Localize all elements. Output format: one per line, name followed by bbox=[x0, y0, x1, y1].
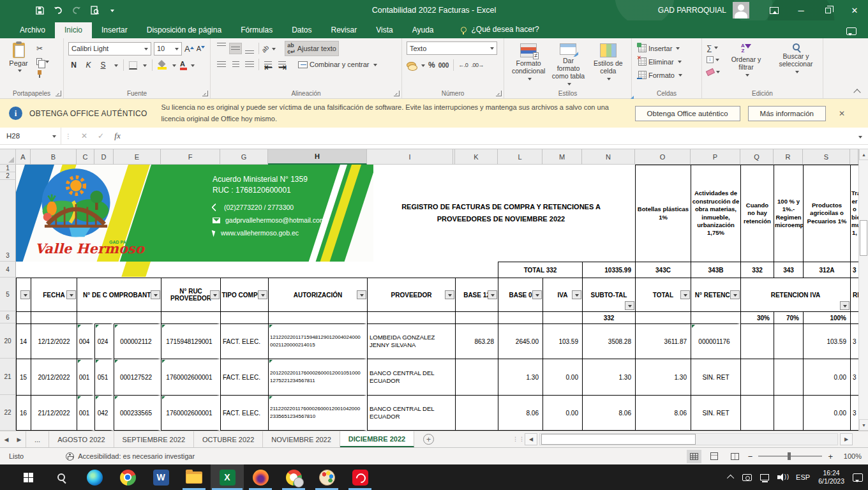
filter-button[interactable] bbox=[210, 290, 220, 299]
sort-filter-button[interactable]: AZ Ordenar y filtrar bbox=[722, 41, 770, 88]
autosum-button[interactable]: ∑ bbox=[707, 43, 720, 52]
cell-P5[interactable]: N° RETENCIO bbox=[691, 278, 740, 311]
tell-me-search[interactable]: ¿Qué desea hacer? bbox=[461, 25, 539, 38]
grow-font-button[interactable]: A bbox=[184, 44, 190, 54]
align-top-button[interactable] bbox=[215, 43, 228, 54]
conditional-formatting-button[interactable]: Formato condicional bbox=[509, 41, 548, 88]
cut-button[interactable]: ✂ bbox=[36, 44, 49, 53]
cell-R21[interactable] bbox=[774, 359, 803, 395]
column-header-B[interactable]: B bbox=[31, 149, 77, 165]
cell-A22[interactable]: 16 bbox=[16, 395, 31, 431]
select-all-corner[interactable] bbox=[0, 149, 16, 165]
fill-color-icon[interactable] bbox=[158, 61, 167, 70]
ribbon-tab-datos[interactable]: Datos bbox=[282, 22, 321, 38]
cell-O20[interactable]: 3611.87 bbox=[635, 323, 691, 359]
ribbon-tab-vista[interactable]: Vista bbox=[366, 22, 402, 38]
cell-G20[interactable]: FACT. ELEC. bbox=[220, 323, 268, 359]
cell-K20[interactable]: 863.28 bbox=[455, 323, 498, 359]
filter-button[interactable] bbox=[625, 301, 634, 310]
cell-Q5[interactable]: RETENCION IVA bbox=[740, 278, 850, 311]
paste-button[interactable]: Pegar bbox=[4, 41, 33, 78]
cell-A20[interactable]: 14 bbox=[16, 323, 31, 359]
cell-O22[interactable]: 8.06 bbox=[635, 395, 691, 431]
cell-T4[interactable]: 3 bbox=[850, 262, 858, 278]
taskbar-chrome-profile-icon[interactable] bbox=[277, 464, 310, 490]
column-header-P[interactable]: P bbox=[691, 149, 740, 165]
cell-G22[interactable]: FACT. ELEC. bbox=[220, 395, 268, 431]
ribbon-tab-archivo[interactable]: Archivo bbox=[10, 22, 55, 38]
currency-icon[interactable] bbox=[407, 61, 416, 69]
delete-cells-button[interactable]: Eliminar bbox=[636, 55, 698, 68]
column-header-G[interactable]: G bbox=[220, 149, 268, 165]
cell-G6[interactable] bbox=[220, 311, 268, 323]
cell-Q21[interactable] bbox=[740, 359, 774, 395]
cell-E21[interactable]: 000127522 bbox=[114, 359, 161, 395]
column-header-C[interactable]: C bbox=[77, 149, 94, 165]
cell-S6[interactable]: 100% bbox=[803, 311, 850, 323]
filter-button[interactable] bbox=[445, 290, 454, 299]
cell-N4[interactable]: 10335.99 bbox=[582, 262, 635, 278]
cell-Q22[interactable] bbox=[740, 395, 774, 431]
cell-H20[interactable]: 1212202201171594812901200402400000211200… bbox=[268, 323, 367, 359]
cell-C22[interactable]: 001 bbox=[77, 395, 94, 431]
filter-button[interactable] bbox=[572, 290, 581, 299]
cell-T1[interactable]: Tra er o bie mu 1, bbox=[850, 165, 858, 262]
taskbar-excel-icon[interactable]: X bbox=[211, 464, 244, 490]
cell-I21[interactable]: BANCO CENTRAL DEL ECUADOR bbox=[367, 359, 455, 395]
cell-T5[interactable]: RE bbox=[850, 278, 858, 311]
cell-T6[interactable] bbox=[850, 311, 858, 323]
vertical-scroll-thumb[interactable] bbox=[860, 220, 867, 256]
cell-N22[interactable]: 8.06 bbox=[582, 395, 635, 431]
cell-R1[interactable]: 100 % y 1%.- Regimen microempresa bbox=[774, 165, 803, 262]
ribbon-tab-disposición-de-página[interactable]: Disposición de página bbox=[137, 22, 231, 38]
cell-D20[interactable]: 024 bbox=[94, 323, 114, 359]
zoom-out-button[interactable]: − bbox=[748, 452, 753, 461]
cell-A5[interactable] bbox=[16, 278, 31, 311]
minimize-button[interactable]: ─ bbox=[788, 0, 814, 20]
accessibility-status[interactable]: Accesibilidad: es necesario investigar bbox=[66, 452, 195, 461]
sheet-tab-agosto-2022[interactable]: AGOSTO 2022 bbox=[49, 431, 114, 447]
dialog-launcher-icon[interactable] bbox=[394, 91, 400, 96]
merge-center-button[interactable]: Combinar y centrar bbox=[296, 60, 379, 69]
cell-O6[interactable] bbox=[635, 311, 691, 323]
cell-L22[interactable]: 8.06 bbox=[498, 395, 542, 431]
taskbar-firefox-icon[interactable] bbox=[244, 464, 277, 490]
column-header-E[interactable]: E bbox=[114, 149, 161, 165]
dialog-launcher-icon[interactable] bbox=[496, 91, 502, 96]
cell-B22[interactable]: 21/12/2022 bbox=[31, 395, 77, 431]
cell-L6[interactable] bbox=[498, 311, 542, 323]
cell-S21[interactable]: 0.00 bbox=[803, 359, 850, 395]
increase-indent-button[interactable]: ⇥ bbox=[276, 59, 288, 70]
taskbar-chrome-icon[interactable] bbox=[111, 464, 144, 490]
account-name[interactable]: GAD PARROQUIAL bbox=[658, 6, 726, 15]
cell-L5[interactable]: BASE 0 bbox=[498, 278, 542, 311]
cell-K6[interactable] bbox=[455, 311, 498, 323]
splitter-handle[interactable]: ⋮⋮ bbox=[513, 436, 525, 442]
filter-button[interactable] bbox=[258, 290, 267, 299]
filter-button[interactable] bbox=[151, 290, 160, 299]
cell-T20[interactable]: 3 bbox=[850, 323, 858, 359]
column-header-K[interactable]: K bbox=[455, 149, 498, 165]
ribbon-display-options-button[interactable] bbox=[761, 0, 788, 20]
filter-button[interactable] bbox=[532, 290, 542, 299]
cell-E22[interactable]: 000233565 bbox=[114, 395, 161, 431]
cell-M20[interactable]: 103.59 bbox=[542, 323, 582, 359]
sheet-nav-left-icon[interactable]: ◀ bbox=[0, 431, 13, 447]
taskbar-explorer-icon[interactable] bbox=[177, 464, 211, 490]
ribbon-tab-insertar[interactable]: Insertar bbox=[92, 22, 137, 38]
cell-S1[interactable]: Productos agricoilas o Pecuarios 1% bbox=[803, 165, 850, 262]
column-header-D[interactable]: D bbox=[94, 149, 114, 165]
expand-formula-bar-icon[interactable] bbox=[857, 130, 868, 142]
taskbar-word-icon[interactable]: W bbox=[144, 464, 177, 490]
column-header-R[interactable]: R bbox=[774, 149, 803, 165]
cell-P20[interactable]: 000001176 bbox=[691, 323, 740, 359]
font-name-select[interactable]: Calibri Light bbox=[68, 42, 151, 56]
ribbon-tab-revisar[interactable]: Revisar bbox=[322, 22, 367, 38]
cell-P21[interactable]: SIN. RET bbox=[691, 359, 740, 395]
cell-M5[interactable]: IVA bbox=[542, 278, 582, 311]
cell-F22[interactable]: 1760002600001 bbox=[161, 395, 220, 431]
format-cells-button[interactable]: Formato bbox=[636, 68, 698, 82]
sheet-tab--[interactable]: ... bbox=[26, 431, 49, 447]
column-header-O[interactable]: O bbox=[635, 149, 691, 165]
comments-icon[interactable] bbox=[846, 27, 857, 35]
